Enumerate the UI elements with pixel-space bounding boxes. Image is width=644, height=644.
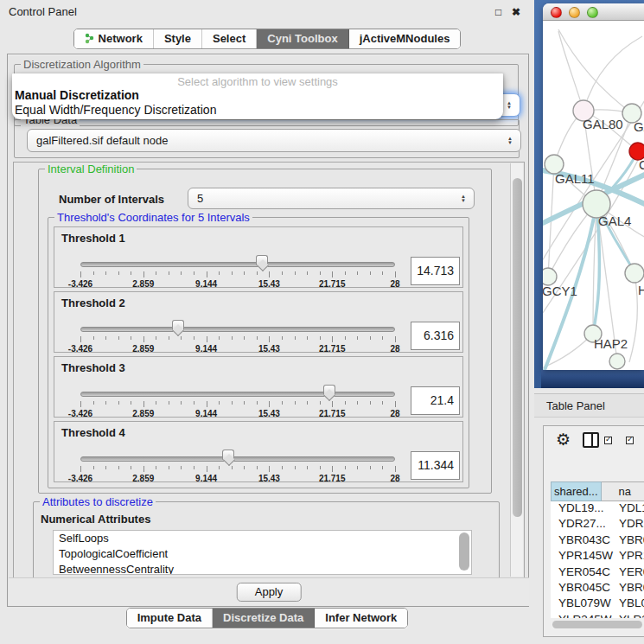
slider-ticks [80,401,395,408]
node-partial-bottom [609,354,625,369]
attribute-list-item[interactable]: TopologicalCoefficient [54,546,471,562]
tab-infer-network[interactable]: Infer Network [315,609,407,628]
tab-label: Infer Network [325,611,397,624]
dropdown-option[interactable]: Manual Discretization [12,88,503,103]
slider-track[interactable] [80,327,395,332]
table-row[interactable]: YDL19...YDL1 [551,501,644,517]
tick-label: 28 [390,409,399,418]
threshold-label: Threshold 2 [61,296,125,309]
cell-name: YBR0 [611,533,644,549]
tab-label: Style [164,32,191,45]
close-icon[interactable]: ✖ [512,6,520,18]
column-header-shared-name[interactable]: shared... [551,481,602,501]
algorithm-dropdown-popup: Select algorithm to view settings Manual… [12,73,503,119]
bottom-tabbar: Impute DataDiscretize DataInfer Network [0,608,534,628]
table-row[interactable]: YPR145WYPR1 [551,549,644,564]
stepper-icon: ▲▼ [507,137,513,145]
column-header-name[interactable]: na [602,481,644,501]
tick-label: 9.144 [195,279,217,289]
svg-text:GCY1: GCY1 [543,284,577,298]
slider-thumb-icon[interactable] [222,450,234,460]
stepper-icon: ▲▼ [461,194,466,203]
threshold-value-field[interactable]: 21.4 [411,386,460,415]
checkbox-icon[interactable] [604,437,612,444]
threshold-value-field[interactable]: 14.713 [411,257,460,285]
tab-network[interactable]: Network [74,29,154,48]
threshold-value-field[interactable]: 11.344 [411,451,460,480]
group-title: Threshold's Coordinates for 5 Intervals [54,211,252,224]
cell-shared-name: YER054C [551,565,611,581]
zoom-traffic-light-icon[interactable] [587,7,598,18]
table-row[interactable]: YBR045CYBR0 [551,581,644,596]
table-toolbar: ⚙ [544,426,644,454]
slider-track[interactable] [80,392,395,397]
float-window-icon[interactable]: □ [495,6,501,18]
table-row[interactable]: YBR043CYBR0 [551,533,644,549]
slider-thumb-icon[interactable] [172,320,184,330]
table-panel-title: Table Panel [546,399,605,412]
slider-thumb-icon[interactable] [256,255,268,265]
attribute-list-item[interactable]: SelfLoops [54,531,471,546]
table-horizontal-scrollbar[interactable] [551,620,644,630]
tick-label: 9.144 [195,474,217,483]
tab-discretize-data[interactable]: Discretize Data [213,609,315,628]
num-intervals-select[interactable]: 5 ▲▼ [188,188,475,209]
svg-text:GA: GA [634,119,644,134]
close-traffic-light-icon[interactable] [551,7,562,18]
cyni-toolbox-panel: Discretization Algorithm ▲▼ Select algor… [7,54,529,607]
threshold-slider[interactable]: -3.4262.8599.14415.4321.71528 [80,253,395,286]
panel-scrollbar[interactable] [510,163,523,577]
cell-name: YBL0 [611,596,644,612]
network-canvas[interactable]: GAL80 GA C GAL11 GAL4 GCY1 H HAP2 [543,21,644,370]
tick-label: 15.43 [258,279,280,289]
tick-label: -3.426 [68,474,92,483]
table-row[interactable]: YBL079WYBL0 [551,596,644,612]
table-row[interactable]: YLR345WYLR3 [551,613,644,618]
tick-label: -3.426 [68,409,92,418]
tab-cyni-toolbox[interactable]: Cyni Toolbox [257,29,348,48]
table-row[interactable]: YDR27...YDR2 [551,517,644,532]
threshold-slider[interactable]: -3.4262.8599.14415.4321.71528 [80,383,395,416]
threshold-slider[interactable]: -3.4262.8599.14415.4321.71528 [80,448,395,481]
tab-jactivemnodules[interactable]: jActiveMNodules [349,29,461,48]
slider-track[interactable] [80,262,395,267]
tick-label: 21.715 [319,344,346,354]
tick-label: -3.426 [68,279,92,289]
threshold-panel: Threshold 1-3.4262.8599.14415.4321.71528… [54,226,463,288]
tick-label: 15.43 [258,474,280,483]
threshold-slider[interactable]: -3.4262.8599.14415.4321.71528 [80,318,395,351]
svg-text:HAP2: HAP2 [594,336,628,351]
tick-label: 21.715 [319,279,346,289]
checkbox-icon[interactable] [626,437,634,444]
node-gcy1 [543,268,557,285]
apply-row: Apply [9,577,529,606]
table-data-select[interactable]: galFiltered.sif default node ▲▼ [27,129,521,152]
threshold-label: Threshold 4 [61,426,125,439]
tab-style[interactable]: Style [154,29,202,48]
attribute-list-item[interactable]: BetweennessCentrality [54,562,471,575]
list-scrollbar[interactable] [459,532,469,571]
minimize-traffic-light-icon[interactable] [569,7,580,18]
tick-label: 15.43 [258,344,280,354]
node-h [625,264,644,283]
group-title: Attributes to discretize [40,495,156,508]
threshold-value-field[interactable]: 6.316 [411,322,460,350]
tab-label: Cyni Toolbox [267,32,337,45]
split-columns-icon[interactable] [583,432,599,448]
svg-text:H: H [638,283,644,297]
numerical-attributes-list[interactable]: SelfLoopsTopologicalCoefficientBetweenne… [53,530,472,575]
apply-button[interactable]: Apply [237,583,302,602]
slider-thumb-icon[interactable] [323,385,335,395]
cell-shared-name: YLR345W [551,613,611,618]
tab-impute-data[interactable]: Impute Data [127,609,213,628]
table-row[interactable]: YER054CYER0 [551,565,644,581]
dropdown-option[interactable]: Equal Width/Frequency Discretization [12,103,503,118]
slider-track[interactable] [80,456,395,462]
tab-select[interactable]: Select [202,29,257,48]
tick-label: 2.859 [132,409,154,418]
network-view-window[interactable]: GAL80 GA C GAL11 GAL4 GCY1 H HAP2 [543,3,644,370]
tick-label: -3.426 [68,344,92,354]
interval-definition-group: Interval Definition Number of Intervals … [38,169,492,494]
gear-icon[interactable]: ⚙ [556,432,571,448]
tick-label: 2.859 [132,344,154,354]
